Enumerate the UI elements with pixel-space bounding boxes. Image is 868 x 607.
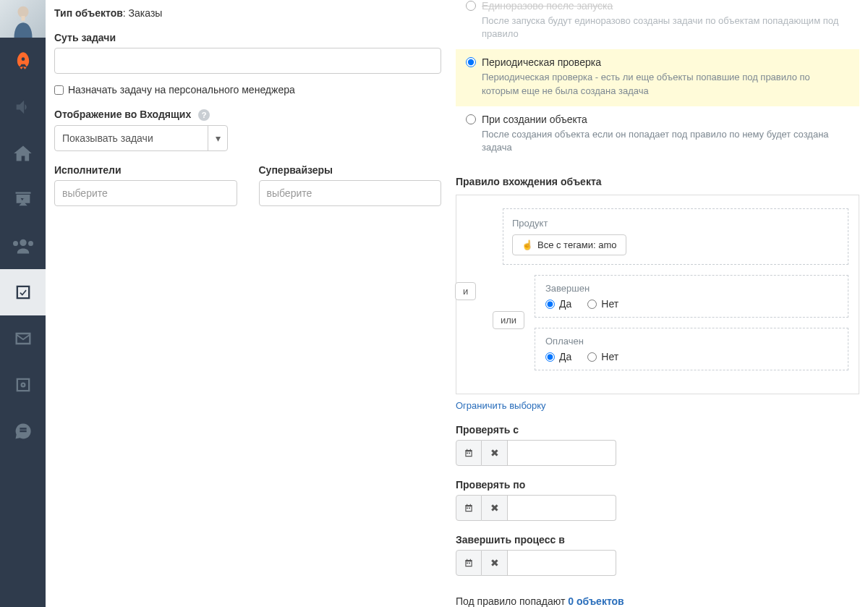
assign-personal-label: Назначать задачу на персонального менедж… [68, 84, 295, 95]
chat-icon [13, 421, 33, 441]
calendar-icon[interactable] [456, 550, 482, 576]
supervisors-input[interactable] [259, 180, 442, 206]
users-icon [13, 236, 33, 256]
finish-row: ✖ [456, 550, 859, 576]
nav-home[interactable] [0, 130, 46, 177]
completed-yes[interactable]: Да [545, 298, 571, 310]
nav-rocket[interactable] [0, 38, 46, 84]
paid-no[interactable]: Нет [587, 351, 618, 362]
nav-chat[interactable] [0, 408, 46, 454]
left-column: Тип объектов: Заказы Суть задачи Назнача… [54, 0, 456, 607]
option-periodic[interactable]: Периодическая проверка Периодическая про… [456, 49, 859, 106]
option-oncreate[interactable]: При создании объекта После создания объе… [456, 106, 859, 163]
hand-cursor-icon: ☝ [522, 239, 533, 250]
rule-builder: и или Продукт ☝ Все с тегами: amo Заверш… [456, 195, 859, 394]
connector-and[interactable]: и [455, 282, 476, 300]
inbox-display-select[interactable] [54, 125, 228, 151]
home-icon [13, 143, 33, 164]
objects-count-link[interactable]: 0 объектов [568, 595, 624, 607]
mail-icon [13, 328, 33, 349]
check-from-row: ✖ [456, 440, 859, 466]
check-to-row: ✖ [456, 495, 859, 521]
radio-periodic[interactable] [466, 57, 476, 67]
supervisors-label: Супервайзеры [259, 164, 442, 176]
executors-input[interactable] [54, 180, 237, 206]
nav-safe[interactable] [0, 362, 46, 408]
radio-oncreate[interactable] [466, 114, 476, 124]
sidebar [0, 0, 46, 607]
nav-tasks[interactable] [0, 269, 46, 315]
essence-label: Суть задачи [54, 32, 441, 43]
help-icon[interactable]: ? [198, 109, 210, 121]
right-column: Единоразово после запуска После запуска … [456, 0, 859, 607]
rule-heading: Правило вхождения объекта [456, 176, 859, 187]
summary: Под правило попадают 0 объектов После за… [456, 593, 859, 607]
clear-date-icon[interactable]: ✖ [482, 440, 508, 466]
completed-label: Завершен [545, 283, 838, 294]
check-to-input[interactable] [508, 495, 616, 521]
assign-personal-checkbox[interactable] [54, 85, 64, 95]
clear-date-icon[interactable]: ✖ [482, 495, 508, 521]
checkbox-icon [13, 282, 33, 302]
calendar-icon[interactable] [456, 495, 482, 521]
avatar[interactable] [0, 0, 46, 38]
rule-product-block: Продукт ☝ Все с тегами: amo [503, 208, 848, 265]
completed-no[interactable]: Нет [587, 298, 618, 310]
clear-date-icon[interactable]: ✖ [482, 550, 508, 576]
nav-sound[interactable] [0, 84, 46, 130]
nav-users[interactable] [0, 223, 46, 269]
safe-icon [13, 375, 33, 395]
finish-label: Завершить процесс в [456, 534, 859, 546]
nav-presentation[interactable] [0, 177, 46, 223]
radio-once[interactable] [466, 1, 476, 11]
product-tag-button[interactable]: ☝ Все с тегами: amo [512, 234, 626, 255]
product-label: Продукт [512, 218, 839, 229]
check-from-input[interactable] [508, 440, 616, 466]
object-type-label: Тип объектов [54, 7, 123, 19]
connector-or[interactable]: или [493, 311, 524, 329]
finish-input[interactable] [508, 550, 616, 576]
inbox-display-label: Отображение во Входящих ? [54, 109, 441, 121]
check-to-label: Проверять по [456, 479, 859, 491]
essence-input[interactable] [54, 48, 441, 74]
presentation-icon [13, 190, 33, 210]
check-from-label: Проверять с [456, 424, 859, 436]
executors-label: Исполнители [54, 164, 237, 176]
rule-paid-block: Оплачен Да Нет [535, 328, 848, 370]
option-once[interactable]: Единоразово после запуска После запуска … [456, 0, 859, 49]
calendar-icon[interactable] [456, 440, 482, 466]
paid-yes[interactable]: Да [545, 351, 571, 362]
nav-mail[interactable] [0, 315, 46, 362]
rocket-icon [13, 51, 33, 71]
limit-selection-link[interactable]: Ограничить выборку [456, 400, 546, 411]
paid-label: Оплачен [545, 336, 838, 347]
rule-completed-block: Завершен Да Нет [535, 275, 848, 318]
volume-icon [13, 97, 33, 117]
object-type-value: Заказы [129, 7, 163, 19]
